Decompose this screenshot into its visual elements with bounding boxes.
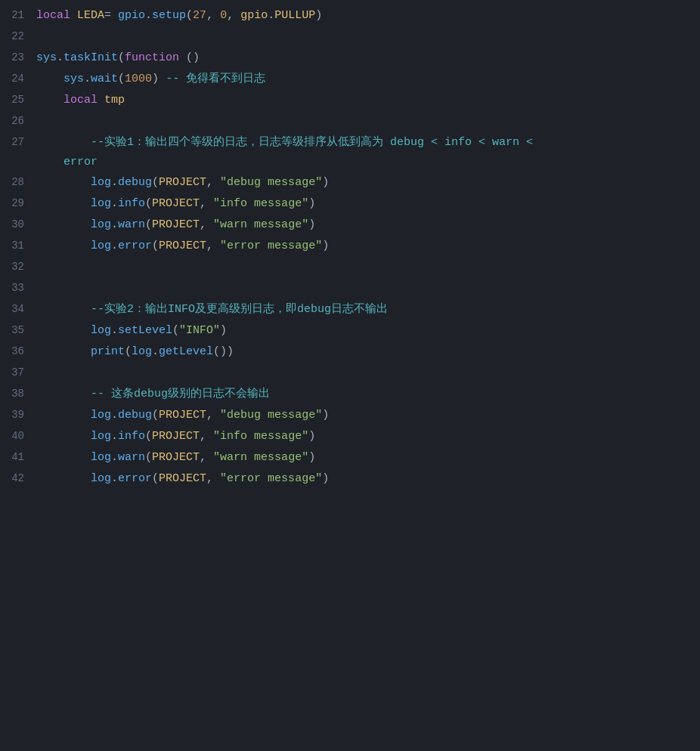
code-line: 41 log.warn(PROJECT, "warn message"): [0, 448, 700, 469]
code-line: 34 --实验2：输出INFO及更高级别日志，即debug日志不输出: [0, 300, 700, 321]
code-line: 36 print(log.getLevel()): [0, 342, 700, 363]
code-line: 30 log.warn(PROJECT, "warn message"): [0, 215, 700, 236]
line-number: 28: [0, 173, 36, 192]
line-content: --实验2：输出INFO及更高级别日志，即debug日志不输出: [36, 300, 700, 320]
code-line: 42 log.error(PROJECT, "error message"): [0, 469, 700, 490]
line-number: 21: [0, 6, 36, 25]
line-number: 35: [0, 321, 36, 340]
code-line: 23sys.taskInit(function (): [0, 48, 700, 70]
code-line: 26: [0, 112, 700, 133]
line-number: 41: [0, 448, 36, 467]
code-line: 27 --实验1：输出四个等级的日志，日志等级排序从低到高为 debug < i…: [0, 133, 700, 173]
line-number: 42: [0, 469, 36, 488]
line-number: 23: [0, 48, 36, 67]
line-number: 37: [0, 363, 36, 382]
line-number: 32: [0, 258, 36, 277]
line-content: log.error(PROJECT, "error message"): [36, 469, 700, 489]
code-line: 21local LEDA= gpio.setup(27, 0, gpio.PUL…: [0, 6, 700, 27]
line-number: 31: [0, 236, 36, 255]
line-content: log.warn(PROJECT, "warn message"): [36, 215, 700, 235]
line-content: -- 这条debug级别的日志不会输出: [36, 385, 700, 404]
code-line: 24 sys.wait(1000) -- 免得看不到日志: [0, 70, 700, 91]
code-line: 38 -- 这条debug级别的日志不会输出: [0, 385, 700, 406]
code-line: 22: [0, 27, 700, 48]
line-content: log.setLevel("INFO"): [36, 321, 700, 341]
code-line: 40 log.info(PROJECT, "info message"): [0, 427, 700, 448]
line-number: 25: [0, 91, 36, 110]
line-number: 30: [0, 215, 36, 234]
line-number: 24: [0, 70, 36, 88]
line-number: 36: [0, 342, 36, 361]
line-content: log.warn(PROJECT, "warn message"): [36, 448, 700, 468]
code-line: 28 log.debug(PROJECT, "debug message"): [0, 173, 700, 194]
code-line: 25 local tmp: [0, 91, 700, 112]
line-content: log.debug(PROJECT, "debug message"): [36, 173, 700, 193]
code-line: 33: [0, 279, 700, 300]
line-content: sys.taskInit(function (): [36, 48, 700, 68]
line-content: print(log.getLevel()): [36, 342, 700, 362]
line-number: 40: [0, 427, 36, 446]
code-editor: 21local LEDA= gpio.setup(27, 0, gpio.PUL…: [0, 0, 700, 496]
line-content: log.info(PROJECT, "info message"): [36, 194, 700, 214]
line-number: 33: [0, 279, 36, 298]
line-content: log.debug(PROJECT, "debug message"): [36, 406, 700, 425]
code-line: 37: [0, 363, 700, 385]
line-number: 22: [0, 27, 36, 46]
line-content: local tmp: [36, 91, 700, 110]
code-line: 29 log.info(PROJECT, "info message"): [0, 194, 700, 215]
code-line: 32: [0, 258, 700, 279]
line-content: local LEDA= gpio.setup(27, 0, gpio.PULLU…: [36, 6, 700, 26]
line-number: 38: [0, 385, 36, 403]
code-line: 39 log.debug(PROJECT, "debug message"): [0, 406, 700, 427]
line-content: log.error(PROJECT, "error message"): [36, 236, 700, 256]
line-number: 34: [0, 300, 36, 319]
line-content: log.info(PROJECT, "info message"): [36, 427, 700, 447]
code-line: 35 log.setLevel("INFO"): [0, 321, 700, 342]
line-content: sys.wait(1000) -- 免得看不到日志: [36, 70, 700, 89]
line-content: --实验1：输出四个等级的日志，日志等级排序从低到高为 debug < info…: [36, 133, 700, 173]
code-line: 31 log.error(PROJECT, "error message"): [0, 236, 700, 258]
line-number: 39: [0, 406, 36, 425]
line-number: 29: [0, 194, 36, 213]
line-number: 26: [0, 112, 36, 131]
line-number: 27: [0, 133, 36, 152]
